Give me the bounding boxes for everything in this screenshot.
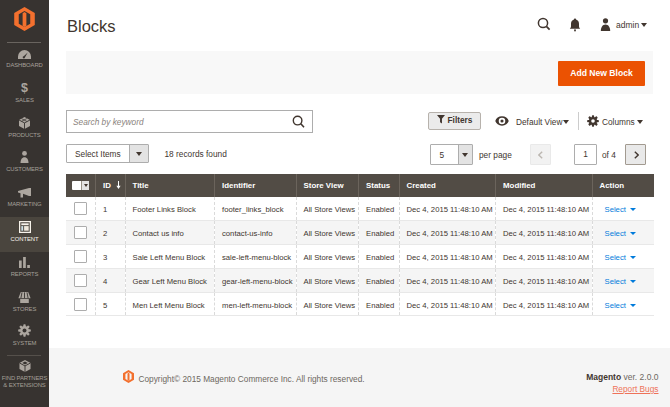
svg-text:$: $ <box>21 81 28 94</box>
